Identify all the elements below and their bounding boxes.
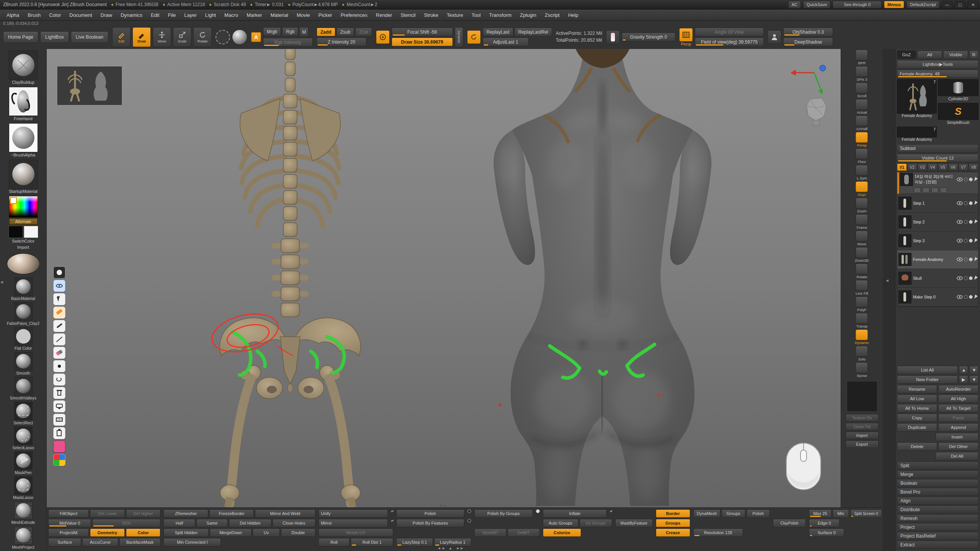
folder-in-button[interactable]: ▶ [959,375,968,384]
version-tab[interactable]: V3 [918,163,928,171]
autoreorder-button[interactable]: AutoReorder [938,385,978,393]
menu-item[interactable]: Draw [96,10,116,20]
paint-toggle-icon[interactable] [969,220,973,224]
cursor-icon[interactable] [53,293,65,305]
del-lower-button[interactable]: Del Lower [90,509,125,518]
draw-size-slider[interactable]: Draw Size 30.69679 [392,37,453,46]
lazyradius-slider[interactable]: LazyRadius 1 [434,538,471,546]
crease-button[interactable]: Crease [656,528,690,537]
sculpt-toggle-icon[interactable] [964,258,968,261]
maximize-button[interactable]: ▢ [955,1,965,8]
tool-item-female-anatomy[interactable]: 7 [897,79,937,114]
texture-preview-swatch[interactable] [847,381,877,412]
brush-alpha-slot[interactable] [9,123,38,152]
axis-gizmo[interactable] [789,63,831,128]
xpose-button[interactable]: Xpose [856,362,868,378]
menu-item[interactable]: Material [266,10,292,20]
menu-item[interactable]: Help [564,10,583,20]
line-tool-icon[interactable] [53,333,65,346]
selectrect-brush-item[interactable] [14,402,33,420]
color-picker-selector[interactable] [10,197,17,204]
ac-button[interactable]: AC [788,1,801,8]
r-button[interactable]: R [969,51,978,59]
append-button[interactable]: Append [938,423,978,432]
objshadow-slider[interactable]: ObjShadow 0.3 [783,28,833,36]
shelf-pagination[interactable]: ◄◄ ▲ ►► [437,546,464,550]
subtool-item[interactable]: Skull [897,269,978,288]
secondary-color-swatch[interactable] [24,226,38,238]
edit-pen-icon[interactable] [973,177,978,182]
dynamesh-groups-button[interactable]: Groups [722,509,745,518]
freezeborder-button[interactable]: FreezeBorder [209,509,254,518]
subtool-item[interactable]: Make Step 0 [897,288,978,306]
shadow-person-icon[interactable] [768,30,781,44]
canvas-bottom-divider[interactable]: ▼▲ [440,504,448,507]
dynamic-draw-size-toggle[interactable]: Dynamic [455,27,463,47]
subtool-section-header[interactable]: Boolean [897,479,978,487]
list-all-button[interactable]: List All [897,366,958,374]
claybuildup-brush-slot[interactable] [9,51,38,80]
menu-item[interactable]: Macro [220,10,242,20]
visibility-eye-icon[interactable] [957,201,963,205]
roll-dist-slider[interactable]: Roll Dist 1 [351,538,393,546]
version-tab[interactable]: V7 [959,163,969,171]
inflate-spinner[interactable]: ▴▾ [610,509,612,518]
subtool-item[interactable]: Step 3 [897,231,978,250]
persp-toggle[interactable]: Persp [856,132,868,147]
copy-button[interactable]: Copy [897,414,937,422]
sculpt-scene[interactable] [47,49,841,507]
adjust-last-slider[interactable]: AdjustLast 1 [483,37,529,46]
menus-button[interactable]: Menus [884,1,904,8]
version-tab[interactable]: V6 [948,163,958,171]
all-button[interactable]: All [917,51,942,59]
close-holes-button[interactable]: Close Holes [273,519,315,527]
duplicate-button[interactable]: Duplicate [897,423,937,432]
zsub-button[interactable]: Zsub [336,28,354,36]
page-up-icon[interactable]: ▲ [449,546,452,550]
color-pink-swatch[interactable] [53,440,65,453]
edge-slider[interactable]: Edge 0 [809,519,840,527]
lazystep-slider[interactable]: LazyStep 0.1 [396,538,433,546]
maskbyfeature-button[interactable]: MaskByFeature [615,519,653,527]
move-mode-button[interactable]: Move [153,27,171,47]
trash-icon[interactable] [53,387,65,399]
current-tool-button[interactable]: Female Anatomy. 48 [897,70,978,78]
menu-item[interactable]: Zscript [541,10,564,20]
frame-button[interactable]: Frame [856,214,868,230]
sculpt-toggle-icon[interactable] [964,220,968,224]
paint-toggle-icon[interactable] [969,239,973,243]
visibility-eye-icon[interactable] [957,276,963,280]
menu-item[interactable]: Movie [292,10,314,20]
color-palette-swatch[interactable] [53,454,65,466]
smooth-brush-item[interactable] [14,352,33,370]
close-button[interactable]: ✕ [968,1,978,8]
surface-slider[interactable]: Surface 0 [809,528,844,537]
all-high-button[interactable]: All High [938,395,978,403]
draw-mode-button[interactable]: Draw [132,27,151,47]
tool-item-simplebrush[interactable]: S [938,103,978,120]
zoom-button[interactable]: Zoom [856,198,868,213]
all-to-target-button[interactable]: All To Target [938,404,978,412]
clipboard-icon[interactable] [53,427,65,439]
auto-groups-button[interactable]: Auto Groups [543,519,578,527]
version-tab[interactable]: V2 [907,163,917,171]
aahalf-button[interactable]: AAHalf [856,116,868,131]
double-button[interactable]: Double [281,528,315,537]
rgb-intensity-slider[interactable]: Rgb Intensity [263,38,313,47]
mirror-and-weld-button[interactable]: Mirror And Weld [255,509,315,518]
visible-button[interactable]: Visible [943,51,968,59]
menu-item[interactable]: Zplugin [516,10,541,20]
mrgb-button[interactable]: Mrgb [263,27,281,36]
resolution-slider[interactable]: Resolution 128 [693,528,743,537]
geometry-button[interactable]: Geometry [90,528,125,537]
deepshadow-slider[interactable]: DeepShadow [783,37,833,46]
document-canvas[interactable]: ▼▲ [47,49,841,507]
focal-shift-icon[interactable] [376,30,390,44]
subtool-down-button[interactable]: ▼ [969,366,978,374]
minimize-button[interactable]: — [942,1,952,8]
keyboard-icon[interactable] [53,414,65,426]
all-low-button[interactable]: All Low [897,395,937,403]
page-next-icon[interactable]: ►► [456,546,464,550]
meshproject-brush-item[interactable] [14,526,33,544]
del-higher-button[interactable]: Del Higher [126,509,161,518]
